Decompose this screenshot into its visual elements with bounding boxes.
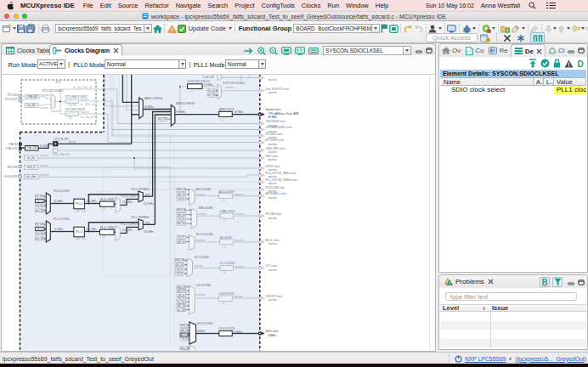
clock-mux[interactable] bbox=[189, 235, 195, 251]
close-x-icon[interactable] bbox=[503, 34, 512, 42]
clock-box[interactable] bbox=[220, 266, 234, 271]
filter-funnel-icon-button[interactable] bbox=[552, 277, 563, 287]
redo-icon[interactable] bbox=[414, 25, 423, 33]
menu-item-file[interactable]: File bbox=[80, 2, 97, 9]
new-wizard-icon[interactable] bbox=[3, 24, 12, 33]
flag-icon[interactable] bbox=[381, 24, 388, 33]
save-all-icon[interactable] bbox=[26, 24, 36, 33]
zoom-in-icon[interactable] bbox=[257, 47, 266, 55]
menu-item-navigate[interactable]: Navigate bbox=[172, 2, 205, 9]
arrow-up-gray-icon[interactable] bbox=[557, 25, 565, 33]
actual-size-icon[interactable] bbox=[295, 47, 305, 55]
overview-home-icon[interactable] bbox=[442, 47, 450, 54]
clock-box[interactable] bbox=[219, 111, 233, 116]
clock-box[interactable] bbox=[100, 229, 115, 234]
details-list-icon[interactable] bbox=[514, 47, 523, 55]
run-icon[interactable] bbox=[482, 25, 491, 33]
menu-item-clocks[interactable]: Clocks bbox=[298, 2, 325, 9]
clock-mux[interactable] bbox=[46, 221, 50, 242]
clocks-diagram-icon[interactable] bbox=[53, 47, 62, 54]
undo-icon[interactable] bbox=[404, 25, 413, 33]
tab-re[interactable]: Re bbox=[486, 44, 510, 57]
run-mode-select[interactable]: ACTIVE bbox=[37, 59, 65, 69]
power-icon[interactable] bbox=[455, 355, 462, 363]
clock-mux[interactable] bbox=[46, 193, 50, 214]
menu-user[interactable]: Anna Westfall bbox=[478, 2, 523, 9]
toolbar-combo[interactable]: lpcxpresso55s69_fatfs_sdcard_Tes bbox=[55, 24, 152, 33]
menu-item-help[interactable]: Help bbox=[372, 2, 392, 9]
canvas-vertical-scrollbar[interactable] bbox=[429, 75, 435, 351]
menu-item-configtools[interactable]: ConfigTools bbox=[258, 2, 298, 9]
clock-box[interactable] bbox=[219, 194, 233, 199]
clock-mux[interactable] bbox=[171, 105, 175, 126]
arrow-down-gray-icon[interactable] bbox=[545, 25, 552, 33]
letter-d-icon[interactable]: D bbox=[577, 59, 585, 68]
clock-mux[interactable] bbox=[187, 258, 193, 277]
warning-icon[interactable] bbox=[167, 25, 177, 33]
close-tab-icon[interactable] bbox=[488, 279, 494, 285]
column-header-l[interactable]: L.. bbox=[544, 77, 554, 86]
clock-box[interactable] bbox=[220, 213, 234, 218]
print-icon[interactable] bbox=[41, 25, 50, 33]
cell-a[interactable] bbox=[534, 86, 544, 95]
maximize-view-icon[interactable] bbox=[578, 279, 585, 285]
tab-de[interactable]: De bbox=[511, 44, 546, 57]
clock-box[interactable] bbox=[219, 296, 233, 302]
back-icon[interactable] bbox=[571, 25, 580, 32]
fit-screen-icon[interactable] bbox=[281, 47, 291, 55]
clock-mux[interactable] bbox=[189, 285, 195, 314]
apple-menu-icon[interactable] bbox=[0, 2, 15, 10]
menu-item-source[interactable]: Source bbox=[115, 2, 142, 9]
zoom-out-icon[interactable] bbox=[269, 47, 278, 55]
minimize-window-button[interactable] bbox=[14, 14, 19, 19]
menu-item-window[interactable]: Window bbox=[342, 2, 372, 9]
minimize-view-icon[interactable] bbox=[568, 48, 574, 54]
element-select-combo[interactable]: SYSCON.SDIOCLKSEL bbox=[323, 46, 411, 55]
menu-item-edit[interactable]: Edit bbox=[97, 2, 115, 9]
tab-clocks-diagram[interactable]: Clocks Diagram bbox=[49, 44, 122, 56]
search-icon[interactable] bbox=[523, 2, 541, 9]
cell-value[interactable]: PLL1 cloc bbox=[554, 86, 586, 95]
quick-access-input[interactable]: Quick Access bbox=[426, 33, 478, 42]
user-icon[interactable] bbox=[428, 25, 437, 33]
open-perspective-icon[interactable] bbox=[480, 34, 490, 42]
clock-mux[interactable] bbox=[139, 98, 144, 119]
clock-box[interactable] bbox=[100, 201, 115, 206]
clock-box[interactable] bbox=[188, 84, 203, 89]
table-row[interactable]: SDIO clock selectPLL1 cloc bbox=[440, 86, 586, 95]
letter-b-icon-button[interactable]: B bbox=[540, 277, 550, 287]
notification-list-icon[interactable] bbox=[541, 2, 588, 9]
cell-name[interactable]: SDIO clock select bbox=[440, 86, 534, 95]
clocks-perspective-icon[interactable] bbox=[533, 34, 543, 42]
save-icon[interactable] bbox=[17, 25, 25, 33]
device-link[interactable]: NXP LPC55S69 bbox=[465, 356, 506, 362]
clocks-diagram-canvas[interactable]: XTAL32Kfro_32kXTAL32Mfro_1mmclk_inplu_cl… bbox=[1, 74, 436, 352]
brush-icon[interactable] bbox=[511, 25, 520, 33]
close-tab-icon[interactable] bbox=[113, 48, 119, 54]
check-circle-icon[interactable] bbox=[540, 59, 550, 68]
asterisk-icon[interactable] bbox=[517, 34, 525, 42]
monitor-icon[interactable] bbox=[447, 25, 456, 33]
pll0-mode-select[interactable]: Normal bbox=[105, 59, 186, 69]
filter-funnel-icon[interactable] bbox=[554, 278, 562, 286]
clock-box[interactable] bbox=[220, 240, 234, 245]
clock-mux[interactable] bbox=[189, 322, 196, 344]
menu-item-refactor[interactable]: Refactor bbox=[142, 2, 172, 9]
menu-item-project[interactable]: Project bbox=[231, 2, 257, 9]
clock-box[interactable] bbox=[54, 149, 58, 153]
clock-mux[interactable] bbox=[51, 94, 55, 110]
collapse-icon[interactable] bbox=[308, 47, 319, 55]
goto-arrow-icon[interactable] bbox=[244, 48, 254, 54]
tab-ov[interactable]: Ov bbox=[439, 44, 463, 57]
menu-item-search[interactable]: Search bbox=[204, 2, 231, 9]
clock-mux[interactable] bbox=[116, 225, 120, 240]
column-header-issue[interactable]: Issue bbox=[489, 305, 586, 311]
zoom-window-button[interactable] bbox=[22, 14, 27, 19]
column-header-name[interactable]: Name bbox=[440, 77, 534, 86]
debug-icon[interactable] bbox=[462, 25, 472, 33]
clock-box[interactable] bbox=[65, 99, 79, 104]
maximize-view-icon[interactable] bbox=[578, 48, 585, 54]
code-file-icon[interactable] bbox=[466, 47, 473, 55]
tab-cl[interactable]: Cl bbox=[546, 44, 568, 57]
clock-mux[interactable] bbox=[189, 189, 195, 206]
